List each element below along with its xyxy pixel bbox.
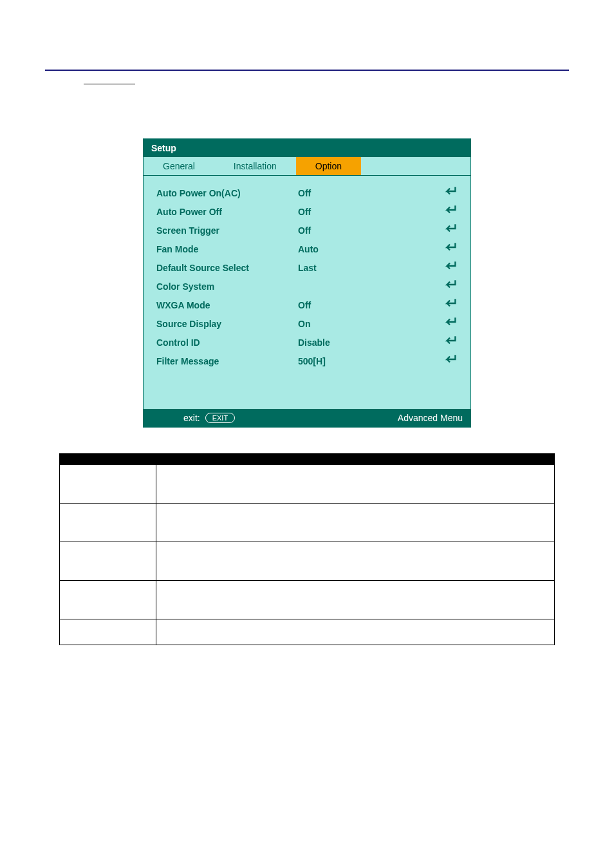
row-color-system[interactable]: Color System — [156, 277, 458, 296]
section-underline — [84, 84, 135, 84]
spec-item — [60, 504, 156, 542]
menu-body: Auto Power On(AC) Off Auto Power Off Off… — [144, 176, 470, 409]
spec-desc — [156, 581, 555, 619]
label-color-system: Color System — [156, 281, 298, 292]
exit-label: exit: — [183, 413, 200, 423]
table-row — [60, 504, 555, 542]
spec-item — [60, 581, 156, 619]
value-auto-power-on: Off — [298, 188, 438, 198]
spec-item — [60, 542, 156, 581]
enter-icon — [438, 186, 458, 200]
value-auto-power-off: Off — [298, 207, 438, 217]
label-default-source-select: Default Source Select — [156, 263, 298, 273]
table-row — [60, 465, 555, 504]
spec-header-item — [60, 454, 156, 465]
row-screen-trigger[interactable]: Screen Trigger Off — [156, 221, 458, 240]
value-wxga-mode: Off — [298, 300, 438, 310]
label-wxga-mode: WXGA Mode — [156, 300, 298, 310]
spec-desc — [156, 465, 555, 504]
row-filter-message[interactable]: Filter Message 500[H] — [156, 352, 458, 370]
row-wxga-mode[interactable]: WXGA Mode Off — [156, 296, 458, 314]
setup-menu-window: Setup General Installation Option Auto P… — [143, 138, 471, 428]
spec-header-desc — [156, 454, 555, 465]
label-auto-power-off: Auto Power Off — [156, 207, 298, 217]
label-fan-mode: Fan Mode — [156, 244, 298, 254]
table-row — [60, 542, 555, 581]
row-default-source-select[interactable]: Default Source Select Last — [156, 258, 458, 277]
value-screen-trigger: Off — [298, 225, 438, 236]
menu-footer: exit: EXIT Advanced Menu — [144, 409, 470, 427]
row-auto-power-on[interactable]: Auto Power On(AC) Off — [156, 184, 458, 202]
value-fan-mode: Auto — [298, 244, 438, 254]
enter-icon — [438, 354, 458, 368]
row-control-id[interactable]: Control ID Disable — [156, 333, 458, 352]
tab-option[interactable]: Option — [296, 157, 361, 175]
table-row — [60, 619, 555, 645]
enter-icon — [438, 261, 458, 274]
menu-title: Setup — [144, 139, 470, 157]
enter-icon — [438, 335, 458, 349]
label-filter-message: Filter Message — [156, 356, 298, 366]
spec-desc — [156, 619, 555, 645]
menu-tabs: General Installation Option — [144, 157, 470, 176]
page-header-rule — [45, 64, 569, 71]
exit-badge[interactable]: EXIT — [205, 413, 235, 423]
table-row — [60, 581, 555, 619]
enter-icon — [438, 205, 458, 218]
enter-icon — [438, 317, 458, 330]
row-source-display[interactable]: Source Display On — [156, 314, 458, 333]
enter-icon — [438, 298, 458, 312]
row-auto-power-off[interactable]: Auto Power Off Off — [156, 202, 458, 221]
enter-icon — [438, 242, 458, 256]
row-fan-mode[interactable]: Fan Mode Auto — [156, 240, 458, 258]
value-source-display: On — [298, 319, 438, 329]
tab-general[interactable]: General — [144, 157, 214, 175]
spec-desc — [156, 542, 555, 581]
enter-icon — [438, 223, 458, 237]
value-control-id: Disable — [298, 337, 438, 348]
value-default-source-select: Last — [298, 263, 438, 273]
enter-icon — [438, 279, 458, 293]
tab-installation[interactable]: Installation — [214, 157, 296, 175]
label-screen-trigger: Screen Trigger — [156, 225, 298, 236]
label-auto-power-on: Auto Power On(AC) — [156, 188, 298, 198]
menu-mode-label: Advanced Menu — [398, 413, 463, 423]
label-control-id: Control ID — [156, 337, 298, 348]
spec-desc — [156, 504, 555, 542]
value-filter-message: 500[H] — [298, 356, 438, 366]
spec-item — [60, 619, 156, 645]
exit-hint: exit: EXIT — [183, 413, 235, 423]
spec-item — [60, 465, 156, 504]
label-source-display: Source Display — [156, 319, 298, 329]
spec-table — [59, 453, 555, 645]
